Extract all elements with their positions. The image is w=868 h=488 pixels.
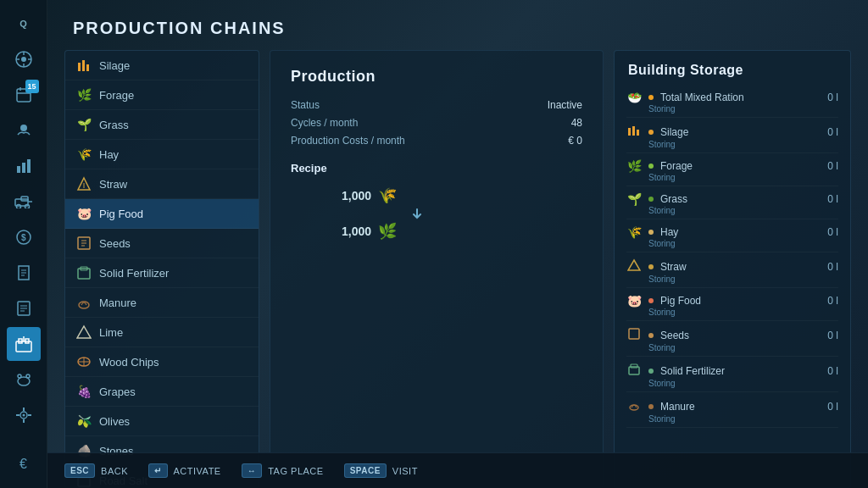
chain-item-grapes[interactable]: 🍇 Grapes xyxy=(65,377,259,407)
storage-item-name: Manure xyxy=(660,401,695,413)
storage-item-silage: Silage 0 l Storing xyxy=(615,119,850,155)
main-content: PRODUCTION CHAINS Silage 🌿 Forage 🌱 Gras… xyxy=(47,0,868,488)
page-title: PRODUCTION CHAINS xyxy=(47,0,868,50)
solid-fertilizer-icon xyxy=(75,264,92,281)
bottom-bar: ESC BACK ↵ ACTIVATE ↔ TAG PLACE SPACE VI… xyxy=(47,452,868,488)
storage-item-sub: Storing xyxy=(626,379,838,392)
storage-panel: Building Storage 🥗 Total Mixed Ration 0 … xyxy=(614,50,851,488)
chain-item-olives[interactable]: 🫒 Olives xyxy=(65,407,259,436)
calendar-badge: 15 xyxy=(25,80,39,93)
chain-item-forage[interactable]: 🌿 Forage xyxy=(65,80,259,110)
chain-item-label: Forage xyxy=(99,89,134,102)
chain-item-pig-food[interactable]: 🐷 Pig Food xyxy=(65,199,259,229)
manure-dot xyxy=(648,404,654,409)
space-badge: SPACE xyxy=(344,463,387,478)
storage-item-name: Solid Fertilizer xyxy=(660,365,725,377)
chain-item-label: Grapes xyxy=(99,385,136,398)
storage-title: Building Storage xyxy=(615,51,850,86)
storage-item-manure: Manure 0 l Storing xyxy=(615,394,850,430)
recipe-input-amount: 1,000 xyxy=(342,189,371,202)
manure-icon xyxy=(75,294,92,311)
chain-item-lime[interactable]: Lime xyxy=(65,318,259,347)
chain-item-label: Grass xyxy=(99,119,129,131)
chain-item-label: Hay xyxy=(99,148,119,161)
storage-item-value: 0 l xyxy=(827,92,838,103)
chain-item-label: Wood Chips xyxy=(99,356,159,369)
forage-dot xyxy=(648,164,654,169)
seeds-dot xyxy=(648,333,654,338)
sidebar-btn-weather[interactable] xyxy=(7,114,41,147)
storage-item-value: 0 l xyxy=(827,295,838,307)
chains-panel: Silage 🌿 Forage 🌱 Grass 🌾 Hay Straw xyxy=(64,50,259,488)
sidebar-btn-production[interactable] xyxy=(7,327,41,361)
chain-item-silage[interactable]: Silage xyxy=(65,51,259,80)
svg-point-33 xyxy=(18,374,21,378)
sidebar-btn-calendar[interactable]: 15 xyxy=(7,78,41,112)
sidebar-btn-animals[interactable] xyxy=(7,363,41,396)
sidebar-btn-stats[interactable] xyxy=(7,149,41,183)
chain-item-label: Manure xyxy=(99,297,136,309)
sidebar-btn-q[interactable]: Q xyxy=(7,7,41,41)
visit-key[interactable]: SPACE VISIT xyxy=(344,463,418,478)
status-label: Status xyxy=(291,99,320,111)
activate-key[interactable]: ↵ ACTIVATE xyxy=(148,463,221,478)
chain-item-straw[interactable]: Straw xyxy=(65,169,259,199)
sidebar-btn-economy[interactable]: $ xyxy=(7,220,41,254)
straw-icon xyxy=(75,175,92,192)
storage-item-sub: Storing xyxy=(626,173,838,186)
storage-item-total-mixed: 🥗 Total Mixed Ration 0 l Storing xyxy=(615,86,850,119)
storage-item-value: 0 l xyxy=(827,126,838,138)
tag-place-key[interactable]: ↔ TAG PLACE xyxy=(242,463,324,478)
storage-item-name: Forage xyxy=(660,160,693,172)
sidebar-btn-log[interactable] xyxy=(7,291,41,325)
storage-item-sub: Storing xyxy=(626,140,838,153)
back-label: BACK xyxy=(101,466,128,476)
recipe-arrow xyxy=(342,208,425,219)
chain-item-seeds[interactable]: Seeds xyxy=(65,229,259,258)
sidebar-btn-machines[interactable] xyxy=(7,398,41,432)
chain-item-label: Straw xyxy=(99,178,127,191)
sidebar-btn-overview[interactable] xyxy=(7,42,41,76)
forage-storage-icon: 🌿 xyxy=(626,159,642,173)
chain-item-wood-chips[interactable]: Wood Chips xyxy=(65,347,259,377)
chain-item-grass[interactable]: 🌱 Grass xyxy=(65,110,259,140)
chain-item-label: Pig Food xyxy=(99,208,143,220)
storage-item-name: Total Mixed Ration xyxy=(660,92,744,103)
svg-rect-12 xyxy=(22,163,25,173)
esc-badge: ESC xyxy=(64,463,95,478)
storage-item-value: 0 l xyxy=(827,401,838,413)
production-panel: Production Status Inactive Cycles / mont… xyxy=(270,50,604,488)
visit-label: VISIT xyxy=(392,466,418,476)
grass-icon: 🌱 xyxy=(75,116,92,133)
storage-item-name: Grass xyxy=(660,193,687,205)
chain-item-solid-fertilizer[interactable]: Solid Fertilizer xyxy=(65,258,259,288)
chain-item-label: Seeds xyxy=(99,237,131,250)
pig-food-storage-icon: 🐷 xyxy=(626,294,642,308)
back-key[interactable]: ESC BACK xyxy=(64,463,128,478)
solid-fert-storage-icon xyxy=(626,363,642,379)
svg-marker-64 xyxy=(628,260,640,270)
storage-item-forage: 🌿 Forage 0 l Storing xyxy=(615,155,850,188)
activate-label: ACTIVATE xyxy=(174,466,221,476)
storage-item-value: 0 l xyxy=(827,261,838,273)
sidebar-btn-contracts[interactable] xyxy=(7,256,41,290)
hay-icon: 🌾 xyxy=(75,146,92,163)
cycles-label: Cycles / month xyxy=(291,117,358,129)
storage-item-value: 0 l xyxy=(827,193,838,205)
svg-marker-53 xyxy=(77,326,91,338)
svg-point-68 xyxy=(630,405,638,410)
chain-item-hay[interactable]: 🌾 Hay xyxy=(65,140,259,169)
storage-item-name: Straw xyxy=(660,261,687,273)
svg-point-10 xyxy=(20,125,27,131)
chain-item-label: Solid Fertilizer xyxy=(99,267,169,280)
sidebar-btn-vehicles[interactable] xyxy=(7,185,41,219)
silage-icon xyxy=(75,57,92,74)
grass-dot xyxy=(648,197,654,202)
chain-item-manure[interactable]: Manure xyxy=(65,288,259,318)
costs-row: Production Costs / month € 0 xyxy=(291,135,582,147)
sidebar: Q 15 $ € xyxy=(0,0,47,488)
recipe-output: 1,000 🌿 xyxy=(342,222,397,241)
status-row: Status Inactive xyxy=(291,99,582,111)
storage-item-value: 0 l xyxy=(827,160,838,172)
sidebar-btn-euro[interactable]: € xyxy=(7,447,41,481)
